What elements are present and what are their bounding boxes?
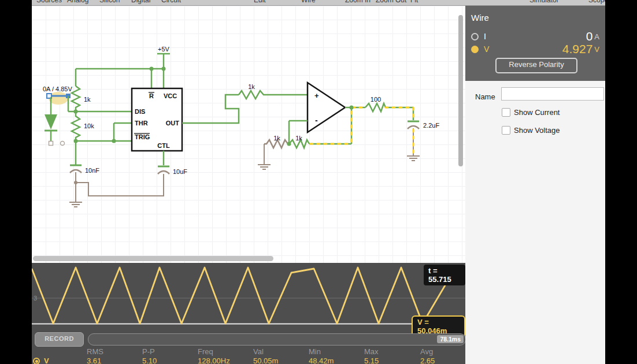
scope-plot[interactable]: 3 [32, 263, 465, 326]
wire-properties: Wire I 0 A V 4.927 V Reverse Polarity [465, 6, 605, 81]
oscilloscope-panel[interactable]: 3 t = 55.715 V = 50.046m RECORD 78.1ms V… [32, 263, 465, 364]
show-current-label: Show Current [514, 108, 560, 117]
pin-vcc: VCC [164, 92, 177, 99]
opamp-minus-label: - [315, 116, 318, 125]
current-label: I [484, 32, 486, 41]
stat-value-avg: 2.65 [420, 356, 435, 364]
chip-555[interactable]: R VCC DIS THR TRIG OUT CTL [132, 88, 182, 151]
panel-title: Wire [471, 13, 489, 23]
toolbar-item-edit[interactable]: Edit [254, 0, 266, 4]
time-window-badge: 78.1ms [437, 335, 464, 343]
opamp-plus-label: + [314, 91, 319, 100]
opamp[interactable]: + - [308, 83, 345, 132]
capacitor-2.2uF[interactable]: 2.2uF [408, 121, 439, 155]
wire-top-rail[interactable] [76, 69, 164, 88]
ground-3[interactable] [407, 156, 420, 161]
current-value: 0 [586, 29, 593, 43]
show-voltage-checkbox[interactable] [502, 126, 510, 135]
pin-ctl: CTL [157, 142, 170, 149]
toolbar-item-scope[interactable]: Scope [588, 0, 605, 4]
vertical-scrollbar[interactable] [458, 15, 463, 166]
svg-text:1k: 1k [84, 96, 91, 103]
pin-dis: DIS [135, 108, 145, 115]
circuit-canvas[interactable]: 0A / 4.85V +5V [32, 6, 465, 263]
name-input[interactable] [501, 87, 604, 101]
svg-text:1k: 1k [248, 83, 255, 90]
record-button[interactable]: RECORD [35, 332, 84, 347]
resistor-100[interactable]: 100 [365, 96, 386, 112]
resistor-10k[interactable]: 10k [72, 112, 94, 141]
toolbar-item-silicon[interactable]: Silicon [99, 0, 120, 4]
stat-value-freq: 128.00Hz [198, 356, 230, 364]
toolbar-item-wire[interactable]: Wire [301, 0, 316, 4]
toolbar: Sources Analog Silicon Digital Circuit E… [32, 0, 605, 6]
svg-text:100: 100 [371, 96, 381, 103]
toolbar-item-circuit[interactable]: Circuit [161, 0, 181, 4]
current-unit: A [594, 32, 599, 41]
wire-output[interactable] [386, 107, 413, 120]
pin-out: OUT [166, 120, 180, 127]
voltage-unit: V [594, 45, 599, 54]
toolbar-item-zoom-in[interactable]: Zoom In [345, 0, 371, 4]
scope-grid-label: 3 [34, 295, 37, 302]
inspector-panel: Wire I 0 A V 4.927 V Reverse Polarity Na… [465, 6, 605, 364]
voltage-value: 4.927 [562, 42, 593, 56]
resistor-1k[interactable]: 1k [72, 86, 91, 112]
junction-dot-neutral [74, 181, 77, 184]
capacitor-10uF[interactable]: 10uF [158, 151, 187, 175]
stat-header-avg: Avg [420, 347, 433, 356]
wire-neutral[interactable] [76, 174, 164, 196]
timeline-bar[interactable]: 78.1ms [88, 333, 465, 346]
toolbar-item-digital[interactable]: Digital [131, 0, 150, 4]
led[interactable] [45, 97, 65, 146]
stat-header-rms: RMS [87, 347, 103, 356]
voltage-radio[interactable] [471, 46, 479, 53]
svg-text:10uF: 10uF [173, 168, 187, 175]
toolbar-item-simulator[interactable]: Simulator [529, 0, 559, 4]
wire-measure-label: 0A / 4.85V [43, 86, 72, 92]
resistor-1k-feedback[interactable]: 1k [289, 135, 309, 148]
toolbar-item-analog[interactable]: Analog [67, 0, 88, 4]
show-voltage-label: Show Voltage [514, 126, 560, 135]
stat-value-val: 50.05m [253, 356, 278, 364]
show-current-checkbox[interactable] [502, 108, 510, 117]
app-window: Sources Analog Silicon Digital Circuit E… [32, 0, 605, 364]
svg-text:10k: 10k [84, 122, 94, 129]
scope-waveform [32, 266, 457, 324]
stat-header-pp: P-P [142, 347, 155, 356]
ground-1[interactable] [69, 202, 82, 207]
voltage-label: V [484, 44, 489, 54]
stat-header-min: Min [309, 347, 321, 356]
resistor-1k-ground[interactable]: 1k [264, 135, 289, 164]
reverse-polarity-button[interactable]: Reverse Polarity [495, 58, 577, 73]
wire-out[interactable] [182, 95, 239, 123]
time-cursor-badge: t = 55.715 [424, 265, 465, 285]
voltage-row[interactable]: V 4.927 V [471, 43, 599, 55]
terminal-circle[interactable] [61, 142, 65, 146]
toolbar-item-fit[interactable]: Fit [410, 0, 418, 4]
stat-value-max: 5.15 [364, 356, 379, 364]
channel-radio[interactable] [33, 358, 40, 364]
toolbar-item-sources[interactable]: Sources [36, 0, 62, 4]
circuit-svg[interactable]: 0A / 4.85V +5V [32, 6, 465, 263]
horizontal-scrollbar[interactable] [33, 256, 273, 261]
svg-text:1k: 1k [295, 135, 302, 142]
stat-value-rms: 3.61 [87, 356, 101, 364]
current-radio[interactable] [471, 33, 479, 40]
stat-header-freq: Freq [198, 347, 213, 356]
svg-text:2.2uF: 2.2uF [423, 122, 439, 129]
pin-reset: R [149, 92, 154, 99]
name-label: Name [475, 92, 495, 101]
stat-header-max: Max [364, 347, 379, 356]
pin-thr: THR [135, 120, 148, 127]
pin-trig: TRIG [135, 133, 150, 140]
terminal-square[interactable] [49, 142, 53, 146]
current-row[interactable]: I 0 A [471, 30, 599, 43]
stat-header-val: Val [253, 347, 264, 356]
channel-label: V [44, 356, 49, 364]
stat-value-min: 48.42m [309, 356, 334, 364]
svg-text:+5V: +5V [158, 46, 170, 53]
resistor-1k-input[interactable]: 1k [239, 83, 266, 99]
toolbar-item-zoom-out[interactable]: Zoom Out [376, 0, 406, 4]
ground-2[interactable] [258, 165, 271, 169]
